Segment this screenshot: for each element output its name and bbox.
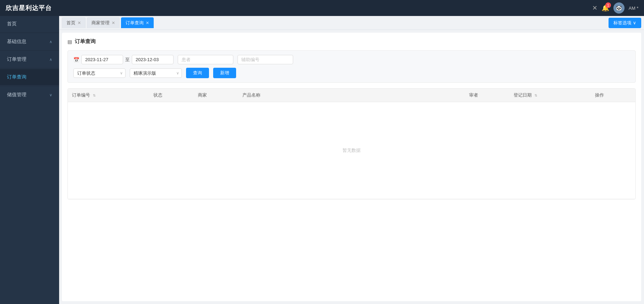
- merchant-wrapper: 精琢演示版 其他商家 ∨: [130, 68, 182, 78]
- sidebar-item-order-query[interactable]: 订单查询: [0, 69, 59, 85]
- sidebar-label-basic-info: 基础信息: [7, 39, 26, 45]
- order-status-select[interactable]: 订单状态 全部 待处理 已完成 已取消: [73, 68, 126, 78]
- col-register-date-label: 登记日期: [514, 92, 532, 98]
- date-range-wrapper: 📅 至: [73, 55, 174, 64]
- order-status-wrapper: 订单状态 全部 待处理 已完成 已取消 ∨: [73, 68, 126, 78]
- filter-row-2: 订单状态 全部 待处理 已完成 已取消 ∨ 精琢演示版 其他商家: [73, 68, 630, 78]
- col-auditor: 审者: [465, 89, 509, 102]
- tab-home-label: 首页: [66, 20, 75, 26]
- sidebar-label-home: 首页: [7, 21, 17, 27]
- date-separator: 至: [125, 57, 130, 63]
- page-content: ▤ 订单查询 📅 至: [62, 33, 641, 301]
- filter-area: 📅 至 订单状态 全部: [67, 50, 636, 83]
- sidebar-divider-4: [0, 86, 59, 86]
- chevron-down-icon: ∧: [49, 40, 52, 44]
- tag-select-button[interactable]: 标签选项 ∨: [609, 18, 641, 28]
- main-layout: 首页 基础信息 ∧ 订单管理 ∧ 订单查询 储值管理 ∨ 首页 ✕: [0, 16, 644, 304]
- top-header: 欣吉星利达平台 ✕ 🔔 1 🐼 AM *: [0, 0, 644, 16]
- tab-order-query[interactable]: 订单查询 ✕: [121, 17, 154, 28]
- new-button[interactable]: 新增: [213, 68, 236, 78]
- filter-row-1: 📅 至: [73, 55, 630, 64]
- tab-bar: 首页 ✕ 商家管理 ✕ 订单查询 ✕ 标签选项 ∨: [59, 16, 644, 30]
- query-button[interactable]: 查询: [186, 68, 209, 78]
- sidebar-item-home[interactable]: 首页: [0, 16, 59, 32]
- content-area: 首页 ✕ 商家管理 ✕ 订单查询 ✕ 标签选项 ∨ ▤: [59, 16, 644, 304]
- tab-merchant-close-icon[interactable]: ✕: [112, 21, 115, 25]
- data-table: 订单编号 ⇅ 状态 商家 产品名称: [68, 89, 635, 199]
- col-status-label: 状态: [153, 92, 162, 98]
- sidebar-item-basic-info[interactable]: 基础信息 ∧: [0, 34, 59, 50]
- col-product-name-label: 产品名称: [242, 92, 260, 98]
- sidebar-label-store-value: 储值管理: [7, 92, 26, 98]
- sidebar-divider-2: [0, 50, 59, 51]
- sidebar-divider-3: [0, 68, 59, 68]
- page-title-bar: ▤ 订单查询: [67, 38, 636, 45]
- col-merchant: 商家: [194, 89, 238, 102]
- page-title-icon: ▤: [67, 39, 72, 44]
- merchant-select[interactable]: 精琢演示版 其他商家: [130, 68, 182, 78]
- table-body: 暂无数据: [68, 102, 635, 199]
- col-order-no-label: 订单编号: [72, 92, 90, 98]
- tag-select-label: 标签选项: [613, 20, 631, 26]
- col-order-no[interactable]: 订单编号 ⇅: [68, 89, 149, 102]
- sidebar: 首页 基础信息 ∧ 订单管理 ∧ 订单查询 储值管理 ∨: [0, 16, 59, 304]
- tab-home[interactable]: 首页 ✕: [62, 17, 86, 28]
- sort-register-date-icon: ⇅: [534, 93, 537, 97]
- tab-order-query-label: 订单查询: [126, 20, 144, 26]
- auxiliary-code-input[interactable]: [238, 55, 293, 64]
- empty-state: 暂无数据: [68, 102, 635, 199]
- page-title: 订单查询: [75, 38, 96, 45]
- header-right: ✕ 🔔 1 🐼 AM *: [592, 2, 638, 14]
- sidebar-divider-1: [0, 33, 59, 33]
- avatar[interactable]: 🐼: [613, 2, 625, 14]
- date-to-input[interactable]: [132, 55, 174, 64]
- user-name: AM *: [629, 6, 638, 11]
- sidebar-label-order-management: 订单管理: [7, 56, 26, 63]
- app-title: 欣吉星利达平台: [6, 4, 52, 12]
- col-status: 状态: [149, 89, 194, 102]
- chevron-up-icon: ∧: [49, 57, 52, 62]
- sidebar-item-order-management[interactable]: 订单管理 ∧: [0, 51, 59, 67]
- date-from-input[interactable]: [81, 55, 123, 64]
- empty-text: 暂无数据: [343, 148, 361, 153]
- col-actions-label: 操作: [595, 92, 604, 98]
- col-product-name: 产品名称: [238, 89, 465, 102]
- close-icon[interactable]: ✕: [592, 4, 597, 12]
- tab-home-close-icon[interactable]: ✕: [78, 21, 81, 25]
- tab-merchant[interactable]: 商家管理 ✕: [87, 17, 120, 28]
- patient-input[interactable]: [178, 55, 233, 64]
- sort-order-no-icon: ⇅: [93, 93, 96, 97]
- col-actions: 操作: [591, 89, 635, 102]
- notification-wrapper[interactable]: 🔔 1: [602, 4, 609, 12]
- notification-badge: 1: [605, 2, 611, 8]
- table-header: 订单编号 ⇅ 状态 商家 产品名称: [68, 89, 635, 102]
- col-merchant-label: 商家: [198, 92, 207, 98]
- tab-bar-right: 标签选项 ∨: [609, 18, 641, 28]
- sidebar-item-store-value[interactable]: 储值管理 ∨: [0, 87, 59, 103]
- calendar-icon: 📅: [73, 57, 79, 63]
- chevron-down-icon-2: ∨: [49, 93, 52, 97]
- tab-order-query-close-icon[interactable]: ✕: [146, 21, 149, 25]
- tab-merchant-label: 商家管理: [91, 20, 110, 26]
- col-auditor-label: 审者: [469, 92, 478, 98]
- sidebar-label-order-query: 订单查询: [7, 74, 26, 80]
- col-register-date[interactable]: 登记日期 ⇅: [509, 89, 591, 102]
- table-wrapper: 订单编号 ⇅ 状态 商家 产品名称: [67, 88, 636, 199]
- tag-select-chevron-icon: ∨: [633, 20, 636, 25]
